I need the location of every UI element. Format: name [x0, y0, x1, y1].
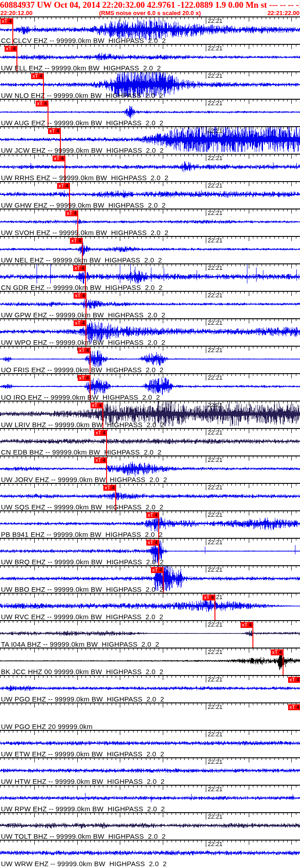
trace-row-uw-nel[interactable]: 22:21 xT 4 UW NEL EHZ -- 99999.0km BW HI…: [0, 236, 300, 263]
pick-flag-prefix: xT: [79, 348, 85, 353]
trace-row-uw-htw[interactable]: 22:21 UW HTW EHZ -- 99999.0km BW HIGHPAS…: [0, 757, 300, 785]
pick-flag-quality: 4: [55, 128, 59, 134]
pick-flag[interactable]: xT 4: [65, 210, 78, 216]
station-label: UO FRIS EHZ -- 99999.0km BW HIGHPASS 2.0…: [1, 366, 163, 373]
pick-flag[interactable]: xT 4: [78, 348, 90, 354]
trace-row-uw-wpo[interactable]: 22:21 xT 4 UW WPO EHZ -- 99999.0km BW HI…: [0, 318, 300, 346]
trace-row-uw-rrhs[interactable]: 22:21 xT 4 UW RRHS EHZ -- 99999.0km BW H…: [0, 154, 300, 181]
pick-flag[interactable]: xT 4: [271, 649, 283, 655]
station-label: UW GPW EHZ -- 99999.0km BW HIGHPASS 2.0 …: [1, 311, 165, 318]
minute-tick-label: 22:21: [208, 182, 223, 188]
pick-flag[interactable]: xT 4: [36, 101, 48, 107]
trace-row-uw-wrw[interactable]: 22:21 UW WRW EHZ -- 99999.0km BW HIGHPAS…: [0, 840, 300, 867]
trace-row-uw-rpw[interactable]: 22:21 UW RPW EHZ -- 99999.0km BW HIGHPAS…: [0, 785, 300, 812]
pick-flag[interactable]: xT 4: [0, 18, 13, 24]
trace-row-cn-edb[interactable]: 22:21 xT 4 CN EDB BHZ -- 99999.0km BW HI…: [0, 428, 300, 455]
minute-tick-label: 22:21: [208, 375, 223, 380]
pick-flag[interactable]: xT 4: [74, 293, 86, 299]
minute-tick-label: 22:21: [208, 292, 223, 298]
trace-row-uw-nlo[interactable]: 22:21 xT 4 UW NLO EHZ -- 99999.0km BW HI…: [0, 71, 300, 99]
pick-flag[interactable]: xT 4: [151, 567, 163, 573]
trace-row-uw-bbo[interactable]: 22:21 xT 4 UW BBO EHZ -- 99999.0km BW HI…: [0, 565, 300, 593]
minute-tick-label: 22:21: [208, 402, 223, 408]
trace-row-bk-jcc[interactable]: 22:21 xT 4 BK JCC HHZ 00 99999.0km BW HI…: [0, 648, 300, 675]
pick-flag[interactable]: xT 4: [91, 402, 103, 408]
station-label: UW BRQ EHZ -- 99999.0km BW HIGHPASS 2.0 …: [1, 558, 164, 565]
pick-flag-prefix: xT: [204, 595, 209, 600]
trace-row-uw-brq[interactable]: 22:21 xT 4 UW BRQ EHZ -- 99999.0km BW HI…: [0, 538, 300, 565]
pick-flag-quality: 4: [85, 348, 89, 353]
trace-row-uw-tolt[interactable]: 22:21 UW TOLT BHZ -- 99999.0km BW HIGHPA…: [0, 812, 300, 840]
pick-flag-prefix: xT: [32, 73, 38, 79]
trace-row-uw-jorv[interactable]: 22:21 xT 4 UW JORV EHZ -- 99999.0km BW H…: [0, 455, 300, 483]
station-label: UW WRW EHZ -- 99999.0km BW HIGHPASS 2.0 …: [1, 860, 166, 867]
station-label: UW ELL EHZ -- 99999.0km BW HIGHPASS 2.0 …: [1, 64, 161, 71]
scale-note: (RMS noise over 6.0 s scaled 20.0 x): [0, 10, 300, 16]
pick-flag-quality: 4: [247, 622, 252, 627]
pick-flag-prefix: xT: [272, 649, 278, 655]
pick-flag[interactable]: xT 4: [57, 183, 70, 189]
minute-tick-label: 22:21: [208, 676, 223, 682]
station-label: UW BBO EHZ -- 99999.0km BW HIGHPASS 2.0 …: [1, 586, 163, 593]
pick-flag-quality: 4: [7, 18, 11, 24]
minute-tick-label: 22:21: [208, 731, 223, 737]
pick-flag[interactable]: xT 4: [146, 540, 159, 546]
trace-row-uo-fris[interactable]: 22:21 xT 4 UO FRIS EHZ -- 99999.0km BW H…: [0, 346, 300, 373]
minute-tick-label: 22:21: [208, 265, 223, 271]
pick-flag[interactable]: xT 4: [74, 320, 86, 326]
pick-flag-prefix: xT: [75, 265, 80, 271]
trace-row-uw-pgo-1[interactable]: 22:21 xT 4 UW PGO EHZ -- 99999.0km BW HI…: [0, 675, 300, 702]
pick-flag[interactable]: xT 4: [5, 46, 17, 52]
pick-flag-prefix: xT: [37, 101, 43, 106]
trace-row-uw-etw[interactable]: 22:21 UW ETW EHZ -- 99999.0km BW HIGHPAS…: [0, 730, 300, 757]
trace-row-cn-gdr[interactable]: 22:21 xT 4 CN GDR EHZ -- 99999.0km BW HI…: [0, 263, 300, 291]
pick-flag[interactable]: xT 4: [70, 238, 82, 244]
pick-flag[interactable]: xT 4: [288, 704, 300, 710]
minute-tick-label: 22:21: [208, 128, 223, 134]
pick-flag-quality: 4: [11, 46, 16, 51]
minute-tick-label: 22:21: [208, 237, 223, 243]
trace-row-pb-b941[interactable]: 22:21 xT 4 PB B941 EHZ -- 99999.0km BW H…: [0, 510, 300, 538]
minute-tick-label: 22:21: [208, 73, 223, 79]
trace-row-uo-iro[interactable]: 22:21 xT 4 UO IRO EHZ -- 99999.0km BW HI…: [0, 373, 300, 401]
trace-row-uw-ell[interactable]: 22:21 xT 4 UW ELL EHZ -- 99999.0km BW HI…: [0, 44, 300, 71]
pick-flag[interactable]: xT 4: [203, 595, 215, 600]
pick-flag[interactable]: xT 4: [78, 375, 90, 381]
pick-flag[interactable]: xT 4: [94, 457, 107, 463]
station-label: CN EDB BHZ -- 99999.0km BW HIGHPASS 2.0 …: [1, 449, 161, 455]
pick-flag-quality: 4: [77, 238, 81, 243]
trace-row-uw-jcw[interactable]: 22:21 xT 4 UW JCW EHZ -- 99999.0km BW HI…: [0, 126, 300, 154]
pick-flag-quality: 4: [59, 155, 64, 161]
pick-flag[interactable]: xT 4: [94, 430, 107, 436]
pick-flag[interactable]: xT 4: [48, 128, 60, 134]
station-label: UW RVC EHZ -- 99999.0km BW HIGHPASS 2.0 …: [1, 613, 163, 620]
pick-flag-prefix: xT: [148, 540, 153, 545]
pick-flag-quality: 4: [43, 101, 47, 106]
minute-tick-label: 22:21: [208, 320, 223, 326]
pick-flag[interactable]: xT 4: [73, 265, 86, 271]
pick-flag-prefix: xT: [289, 704, 295, 710]
pick-flag-quality: 4: [295, 704, 299, 710]
trace-row-uw-rvc[interactable]: 22:21 xT 4 UW RVC EHZ -- 99999.0km BW HI…: [0, 593, 300, 620]
pick-flag-prefix: xT: [289, 677, 295, 682]
trace-row-uw-pgo-2[interactable]: 22:21 xT 4 UW PGO EHZ 20 99999.0km: [0, 702, 300, 730]
seismogram-review-window: 60884937 UW Oct 04, 2014 22:20:32.00 42.…: [0, 0, 300, 868]
trace-row-ta-i04a[interactable]: 22:21 xT 4 TA I04A BHZ -- 99999.0km BW H…: [0, 620, 300, 648]
station-label: TA I04A BHZ -- 99999.0km BW HIGHPASS 2.0…: [1, 641, 159, 648]
trace-row-uw-sqs[interactable]: 22:21 xT 4 UW SQS EHZ -- 99999.0km BW HI…: [0, 483, 300, 510]
pick-flag[interactable]: xT 4: [288, 677, 300, 683]
trace-row-uw-aug[interactable]: 22:21 xT 4 UW AUG EHZ -- 99999.0km BW HI…: [0, 99, 300, 126]
pick-flag-prefix: xT: [152, 567, 158, 573]
trace-row-uw-svoh[interactable]: 22:21 xT 4 UW SVOH EHZ -- 99999.0km BW H…: [0, 209, 300, 236]
trace-row-uw-lriv[interactable]: 22:21 xT 4 UW LRIV BHZ -- 99999.0km BW H…: [0, 401, 300, 428]
pick-flag[interactable]: xT 4: [53, 155, 65, 161]
pick-flag[interactable]: xT 4: [241, 622, 253, 628]
pick-flag[interactable]: xT 4: [146, 512, 159, 518]
pick-flag[interactable]: xT 4: [103, 485, 116, 491]
station-label: UW NEL EHZ -- 99999.0km BW HIGHPASS 2.0 …: [1, 257, 162, 263]
pick-flag[interactable]: xT 4: [31, 73, 43, 79]
trace-row-uw-gpw[interactable]: 22:21 xT 4 UW GPW EHZ -- 99999.0km BW HI…: [0, 291, 300, 318]
trace-row-cc-clcv[interactable]: 22:21 xT 4 CC CLCV EHZ -- 99999.0km BW H…: [0, 16, 300, 44]
trace-row-uw-ghw[interactable]: 22:21 xT 4 UW GHW EHZ -- 99999.0km BW HI…: [0, 181, 300, 209]
station-label: UW PGO EHZ 20 99999.0km: [1, 723, 93, 730]
